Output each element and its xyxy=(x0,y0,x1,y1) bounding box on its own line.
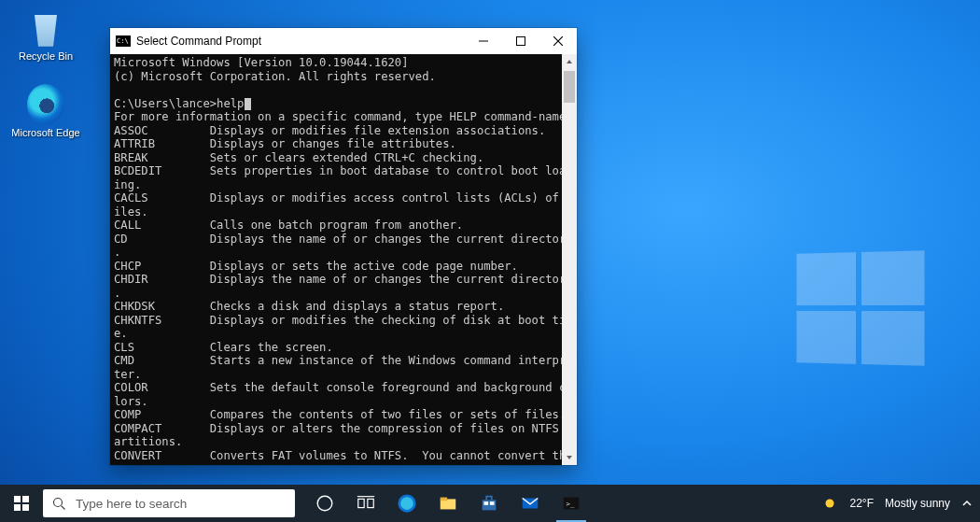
svg-rect-4 xyxy=(368,499,373,507)
close-button[interactable] xyxy=(539,28,577,54)
taskbar-edge[interactable] xyxy=(386,485,427,522)
window-title: Select Command Prompt xyxy=(136,35,465,48)
scroll-down-button[interactable] xyxy=(562,450,577,465)
taskbar-cmd[interactable]: >_ xyxy=(551,485,592,522)
weather-desc[interactable]: Mostly sunny xyxy=(885,497,950,510)
svg-point-15 xyxy=(826,500,834,508)
weather-temp[interactable]: 22°F xyxy=(849,497,873,510)
titlebar[interactable]: Select Command Prompt xyxy=(110,28,577,54)
terminal-output[interactable]: Microsoft Windows [Version 10.0.19044.16… xyxy=(110,54,562,465)
desktop-icon-recycle-bin[interactable]: Recycle Bin xyxy=(11,7,80,63)
maximize-button[interactable] xyxy=(502,28,539,54)
scroll-up-button[interactable] xyxy=(562,54,577,69)
scrollbar[interactable] xyxy=(562,54,577,465)
desktop-icon-label: Microsoft Edge xyxy=(11,127,80,139)
task-view-button[interactable] xyxy=(345,485,386,522)
tray-expand-icon[interactable] xyxy=(961,498,973,509)
weather-icon xyxy=(821,495,838,512)
cortana-button[interactable] xyxy=(304,485,345,522)
desktop-wallpaper[interactable]: Recycle Bin Microsoft Edge Select Comman… xyxy=(0,0,980,522)
taskbar-mail[interactable] xyxy=(510,485,551,522)
svg-rect-10 xyxy=(484,501,489,505)
windows-icon xyxy=(14,496,29,511)
start-button[interactable] xyxy=(0,485,43,522)
edge-icon xyxy=(27,84,64,125)
system-tray: 22°F Mostly sunny xyxy=(821,495,980,512)
svg-rect-8 xyxy=(441,498,447,501)
search-icon xyxy=(52,497,66,511)
terminal-cursor xyxy=(245,98,251,110)
svg-rect-3 xyxy=(358,499,364,507)
taskbar-store[interactable] xyxy=(469,485,510,522)
svg-point-2 xyxy=(317,496,332,511)
desktop-icon-label: Recycle Bin xyxy=(11,50,80,63)
svg-text:>_: >_ xyxy=(567,500,575,508)
minimize-button[interactable] xyxy=(465,28,502,54)
svg-rect-0 xyxy=(517,37,525,46)
taskbar-file-explorer[interactable] xyxy=(427,485,469,522)
scroll-thumb[interactable] xyxy=(564,71,575,103)
search-placeholder: Type here to search xyxy=(76,497,187,511)
command-prompt-window[interactable]: Select Command Prompt Microsoft Windows … xyxy=(110,28,577,465)
recycle-bin-icon xyxy=(27,7,64,49)
cmd-icon xyxy=(116,35,131,47)
search-box[interactable]: Type here to search xyxy=(43,489,295,517)
desktop-icon-edge[interactable]: Microsoft Edge xyxy=(11,84,80,139)
windows-logo-wallpaper xyxy=(796,250,924,366)
taskbar: Type here to search >_ 22°F Mostly sunny xyxy=(0,485,980,522)
svg-rect-11 xyxy=(490,501,495,505)
svg-point-1 xyxy=(54,498,63,506)
